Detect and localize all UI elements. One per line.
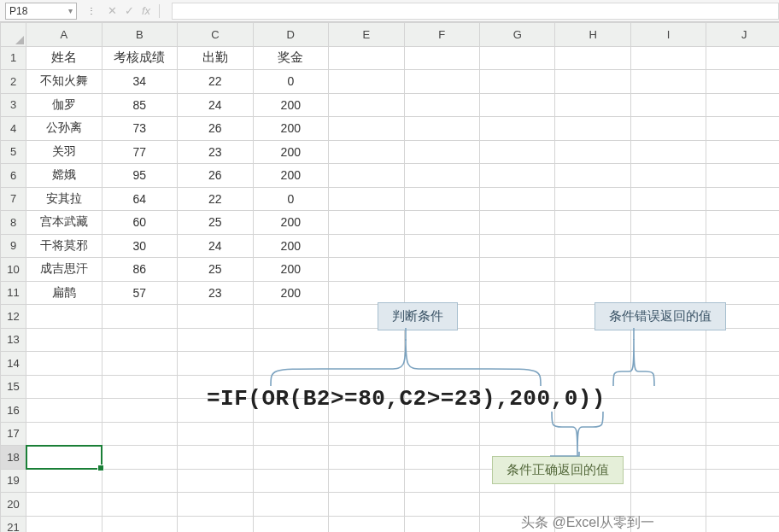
cell[interactable] [630,281,706,305]
cell[interactable]: 扁鹊 [26,281,102,305]
cell[interactable] [26,328,102,352]
cell[interactable] [706,281,779,305]
cell[interactable] [404,117,479,141]
cell[interactable] [253,469,328,493]
cell[interactable]: 86 [102,258,177,282]
cell[interactable] [630,399,706,423]
cell[interactable] [102,352,177,376]
cell[interactable] [404,140,479,164]
cell[interactable] [479,328,554,352]
cell[interactable] [706,211,779,235]
cell[interactable] [706,93,779,117]
cell[interactable] [329,258,404,282]
cell[interactable] [706,493,779,517]
row-header[interactable]: 16 [1,399,26,423]
cell[interactable]: 宫本武藏 [26,211,102,235]
cell[interactable] [555,117,630,141]
cell[interactable] [479,164,554,188]
cell[interactable]: 200 [253,164,328,188]
cell[interactable] [555,140,630,164]
cell[interactable] [404,281,479,305]
cell[interactable] [178,516,253,532]
cell[interactable] [479,516,554,532]
row-header[interactable]: 5 [1,140,26,164]
cell[interactable] [555,375,630,399]
cell[interactable] [479,352,554,376]
column-header[interactable]: A [26,23,102,47]
cell[interactable] [329,446,404,470]
cell[interactable] [479,140,554,164]
cell[interactable] [404,93,479,117]
cell[interactable]: 成吉思汗 [26,258,102,282]
cell[interactable] [329,46,404,70]
cell[interactable]: 200 [253,258,328,282]
cell[interactable] [178,375,253,399]
row-header[interactable]: 21 [1,516,26,532]
column-header[interactable]: E [329,23,404,47]
cell[interactable]: 0 [253,187,328,211]
formula-bar-input[interactable] [172,3,779,20]
cell[interactable] [706,187,779,211]
row-header[interactable]: 12 [1,305,26,329]
cell[interactable] [630,164,706,188]
cell[interactable] [630,117,706,141]
cell[interactable] [253,493,328,517]
cell[interactable]: 干将莫邪 [26,234,102,258]
cell[interactable] [706,446,779,470]
cell[interactable]: 64 [102,187,177,211]
cell[interactable] [706,140,779,164]
cell[interactable] [706,399,779,423]
cell[interactable] [630,328,706,352]
column-header[interactable]: I [630,23,706,47]
cell[interactable] [706,422,779,446]
cell[interactable]: 22 [178,70,253,94]
cell[interactable] [479,258,554,282]
cell[interactable] [706,164,779,188]
cell[interactable]: 200 [253,93,328,117]
cell[interactable] [253,399,328,423]
cell[interactable] [706,234,779,258]
cell[interactable]: 26 [178,164,253,188]
cell[interactable] [479,493,554,517]
cell[interactable] [404,399,479,423]
column-header[interactable]: D [253,23,328,47]
cell[interactable] [102,305,177,329]
column-header[interactable]: G [479,23,554,47]
cell[interactable]: 34 [102,70,177,94]
cell[interactable] [630,446,706,470]
column-header[interactable]: F [404,23,479,47]
cell[interactable]: 出勤 [178,46,253,70]
cell[interactable] [102,375,177,399]
cell[interactable] [26,352,102,376]
cell[interactable] [26,469,102,493]
cell[interactable] [630,493,706,517]
cancel-formula-icon[interactable]: ✕ [104,4,120,17]
cell[interactable] [253,422,328,446]
cell[interactable] [178,305,253,329]
cell[interactable] [329,140,404,164]
cell[interactable] [178,352,253,376]
cell[interactable] [404,516,479,532]
row-header[interactable]: 19 [1,469,26,493]
cell[interactable] [706,258,779,282]
cell[interactable] [329,469,404,493]
cell[interactable]: 57 [102,281,177,305]
cell[interactable]: 200 [253,211,328,235]
cell[interactable] [555,352,630,376]
cell[interactable] [102,328,177,352]
cell[interactable] [479,399,554,423]
cell[interactable] [706,46,779,70]
row-header[interactable]: 7 [1,187,26,211]
cell[interactable] [102,516,177,532]
cell[interactable] [555,399,630,423]
cell[interactable] [26,375,102,399]
cell[interactable] [630,46,706,70]
cell[interactable]: 伽罗 [26,93,102,117]
cell[interactable] [329,375,404,399]
cell[interactable] [26,493,102,517]
cell[interactable] [555,516,630,532]
cell[interactable] [706,516,779,532]
cell[interactable] [630,352,706,376]
cell[interactable] [479,281,554,305]
cell[interactable]: 24 [178,234,253,258]
